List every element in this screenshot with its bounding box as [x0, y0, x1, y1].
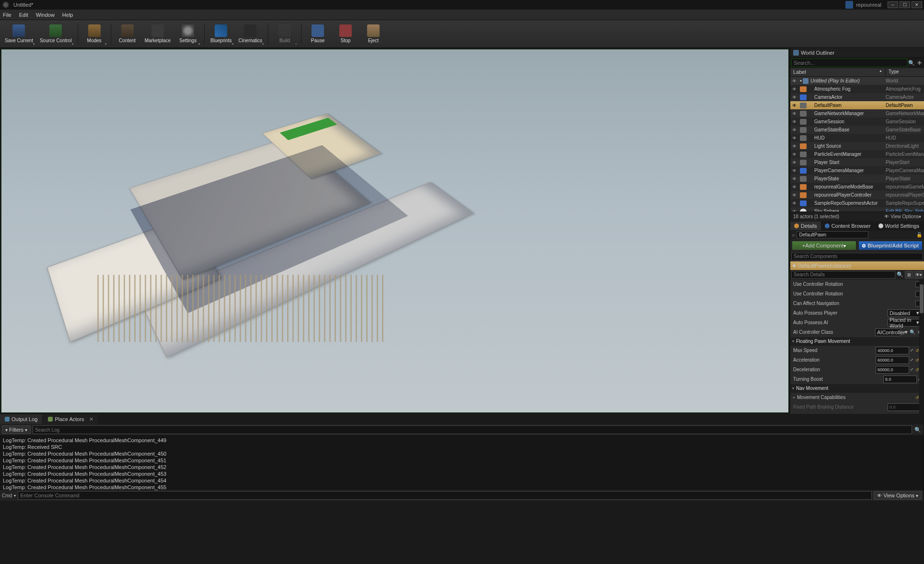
visibility-toggle-icon[interactable]: 👁: [792, 136, 799, 141]
save-icon: [12, 24, 25, 37]
outliner-row-playercameramanager[interactable]: 👁PlayerCameraManagerPlayerCameraManager: [790, 166, 924, 175]
visibility-toggle-icon[interactable]: 👁: [792, 128, 799, 132]
source-control-button[interactable]: Source Control▾: [37, 21, 75, 47]
world-outliner-tab[interactable]: World Outliner: [790, 48, 924, 58]
outliner-row-hud[interactable]: 👁HUDHUD: [790, 134, 924, 142]
visibility-toggle-icon[interactable]: 👁: [792, 111, 799, 116]
outliner-col-label[interactable]: Label▲: [790, 68, 886, 76]
search-log-input[interactable]: [33, 425, 912, 434]
outliner-item-label: GameNetworkManager: [808, 111, 886, 116]
property-matrix-icon[interactable]: ⊞: [905, 271, 913, 279]
search-icon[interactable]: 🔍: [908, 59, 915, 67]
section-floating-pawn-movement[interactable]: Floating Pawn Movement: [790, 337, 924, 346]
outliner-root-row[interactable]: 👁▾Untitled (Play In Editor)World: [790, 77, 924, 85]
menu-edit[interactable]: Edit: [19, 12, 28, 18]
tab-place-actors[interactable]: Place Actors✕: [43, 414, 98, 424]
outliner-add-filter-icon[interactable]: ✚: [915, 59, 923, 67]
outliner-row-player-start[interactable]: 👁Player StartPlayerStart: [790, 158, 924, 166]
menu-file[interactable]: File: [3, 12, 12, 18]
auto-possess-player-select[interactable]: Disabled▾: [888, 309, 921, 317]
visibility-toggle-icon[interactable]: 👁: [792, 95, 799, 100]
search-details-input[interactable]: [791, 271, 895, 279]
output-log-text[interactable]: LogTemp: Created Procedural Mesh Procedu…: [0, 435, 924, 490]
pause-button[interactable]: Pause: [304, 21, 331, 47]
tab-world-settings[interactable]: World Settings: [875, 222, 923, 230]
turning-boost-input[interactable]: 8.0: [883, 376, 917, 383]
visibility-toggle-icon[interactable]: 👁: [792, 144, 799, 149]
stop-button[interactable]: Stop: [332, 21, 359, 47]
actor-name-input[interactable]: [797, 231, 868, 238]
visibility-toggle-icon[interactable]: 👁: [792, 160, 799, 165]
place-actors-icon: [48, 417, 53, 422]
level-viewport[interactable]: [1, 49, 789, 413]
breadcrumb-nav-icon[interactable]: ⌂: [792, 233, 795, 237]
deceleration-input[interactable]: 60000.0: [876, 366, 909, 374]
outliner-row-defaultpawn[interactable]: 👁DefaultPawnDefaultPawn: [790, 101, 924, 109]
component-instance-row[interactable]: ◈DefaultPawn(Instance): [790, 261, 924, 270]
visibility-toggle-icon[interactable]: 👁: [792, 87, 799, 92]
source-control-status-icon[interactable]: [845, 1, 853, 9]
search-components-input[interactable]: [791, 253, 923, 260]
tab-content-browser[interactable]: Content Browser: [821, 222, 875, 230]
outliner-item-label: GameStateBase: [808, 127, 886, 132]
save-current-button[interactable]: Save Current▾: [2, 21, 36, 47]
visibility-toggle-icon[interactable]: 👁: [792, 201, 799, 206]
maximize-button[interactable]: ☐: [900, 1, 910, 8]
marketplace-button[interactable]: Marketplace: [142, 21, 173, 47]
outliner-item-type: ParticleEventManager: [886, 152, 924, 157]
outliner-row-gamestatebase[interactable]: 👁GameStateBaseGameStateBase: [790, 126, 924, 134]
lock-icon[interactable]: 🔓: [916, 232, 922, 237]
outliner-search-input[interactable]: [791, 59, 908, 67]
search-icon[interactable]: 🔍: [914, 426, 922, 434]
outliner-row-playerstate[interactable]: 👁PlayerStatePlayerState: [790, 175, 924, 183]
visibility-toggle-icon[interactable]: 👁: [792, 176, 799, 181]
filters-button[interactable]: ▾ Filters ▾: [2, 425, 31, 434]
details-scrollbar[interactable]: [919, 280, 924, 414]
tab-output-log[interactable]: Output Log: [0, 414, 42, 424]
menu-window[interactable]: Window: [36, 12, 55, 18]
visibility-toggle-icon[interactable]: 👁: [792, 168, 799, 173]
log-view-options[interactable]: 👁 View Options▾: [874, 491, 922, 500]
console-command-input[interactable]: [18, 491, 872, 500]
max-speed-input[interactable]: 40000.0: [876, 347, 909, 354]
section-nav-movement[interactable]: Nav Movement: [790, 384, 924, 393]
outliner-row-sky-sphere[interactable]: 👁Sky SphereEdit BP_Sky_Sphere: [790, 207, 924, 212]
minimize-button[interactable]: ─: [888, 1, 898, 8]
outliner-row-atmospheric-fog[interactable]: 👁Atmospheric FogAtmosphericFog: [790, 85, 924, 93]
outliner-row-light-source[interactable]: 👁Light SourceDirectionalLight: [790, 142, 924, 150]
outliner-row-repounrealplayercontroller[interactable]: 👁repounrealPlayerControllerrepounrealPla…: [790, 191, 924, 199]
add-component-button[interactable]: +Add Component▾: [792, 241, 856, 250]
ai-controller-class-select[interactable]: AIController▾: [875, 329, 901, 336]
cinematics-button[interactable]: Cinematics▾: [236, 21, 265, 47]
visibility-toggle-icon[interactable]: 👁: [792, 193, 799, 198]
acceleration-input[interactable]: 60000.0: [876, 356, 909, 364]
blueprint-add-script-button[interactable]: ⚙ Blueprint/Add Script: [858, 241, 923, 250]
modes-button[interactable]: Modes▾: [81, 21, 108, 47]
class-nav-icons[interactable]: ←🔍✕: [903, 329, 921, 335]
visibility-toggle-icon[interactable]: 👁: [792, 103, 799, 108]
outliner-view-options[interactable]: 👁 View Options▾: [884, 214, 921, 219]
outliner-row-cameraactor[interactable]: 👁CameraActorCameraActor: [790, 93, 924, 101]
outliner-row-samplereposupermeshactor[interactable]: 👁SampleRepoSupermeshActorSampleRepoSuper…: [790, 199, 924, 207]
outliner-row-gamesession[interactable]: 👁GameSessionGameSession: [790, 118, 924, 126]
content-button[interactable]: Content: [114, 21, 141, 47]
outliner-tree[interactable]: 👁▾Untitled (Play In Editor)World👁Atmosph…: [790, 77, 924, 212]
eject-button[interactable]: Eject: [360, 21, 387, 47]
visibility-toggle-icon[interactable]: 👁: [792, 152, 799, 157]
auto-possess-ai-select[interactable]: Placed in World▾: [888, 319, 921, 327]
visibility-toggle-icon[interactable]: 👁: [792, 185, 799, 189]
outliner-col-type[interactable]: Type: [886, 68, 924, 76]
visibility-toggle-icon[interactable]: 👁: [792, 119, 799, 124]
blueprints-button[interactable]: Blueprints▾: [208, 21, 234, 47]
settings-button[interactable]: Settings▾: [174, 21, 201, 47]
view-options-icon[interactable]: 👁▾: [914, 271, 923, 279]
search-icon[interactable]: 🔍: [896, 271, 904, 279]
close-tab-icon[interactable]: ✕: [89, 416, 93, 423]
close-button[interactable]: ✕: [912, 1, 922, 8]
tab-details[interactable]: Details: [790, 222, 821, 230]
menu-help[interactable]: Help: [62, 12, 73, 18]
outliner-row-repounrealgamemodebase[interactable]: 👁repounrealGameModeBaserepounrealGameMod…: [790, 183, 924, 191]
outliner-row-gamenetworkmanager[interactable]: 👁GameNetworkManagerGameNetworkManager: [790, 109, 924, 118]
details-properties[interactable]: Use Controller Rotation Use Controller R…: [790, 280, 924, 414]
outliner-row-particleeventmanager[interactable]: 👁ParticleEventManagerParticleEventManage…: [790, 150, 924, 158]
